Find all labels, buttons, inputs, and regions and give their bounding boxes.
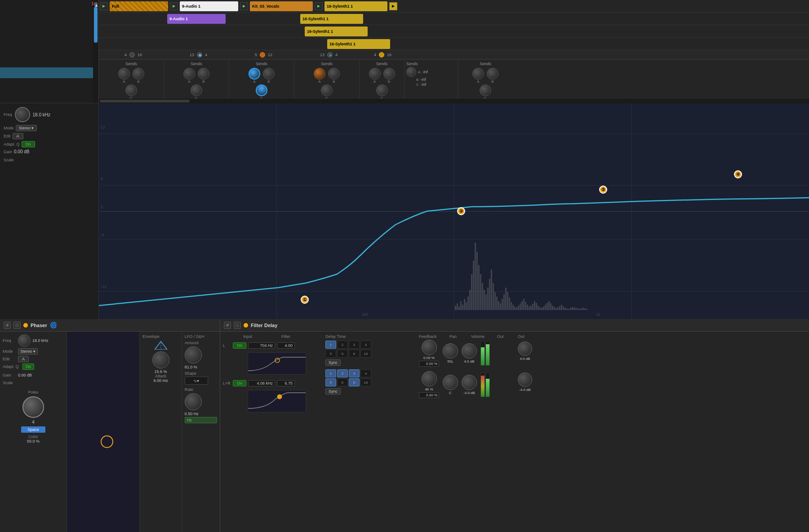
track-knob-4[interactable] [327,52,333,58]
track-clip-vocals[interactable]: Kit_03_Vocals [250,1,313,11]
fd-volume-l-knob[interactable] [462,343,477,359]
send-knob-b5[interactable] [383,68,395,80]
send-knob-b7[interactable] [487,68,498,80]
eq-node-4[interactable]: ④ [734,170,742,178]
track-clip-full[interactable]: Full [110,1,168,11]
send-knob-a7[interactable] [472,68,484,80]
send-knob-c4[interactable] [321,84,333,96]
fd-delay-lr-2[interactable]: 2 [337,369,348,377]
fd-delay-l-5[interactable]: 5 [325,350,336,358]
track-clip-audio1-2[interactable]: 9-Audio 1 [167,14,226,24]
send-knob-a5-label: A [373,80,376,84]
fd-sync-lr-btn[interactable]: Sync [325,388,341,395]
fd-delay-l-8[interactable]: 8 [349,350,360,358]
fd-delay-lr-16[interactable]: 16 [360,378,371,386]
send-knob-b3[interactable] [263,68,275,80]
track-btn-play-1[interactable]: ▶ [100,2,108,10]
fd-delay-l-3[interactable]: 3 [349,341,360,349]
phaser-circle-indicator[interactable] [101,435,113,448]
lfo-shape-select[interactable]: ∿▾ [185,377,208,385]
phaser-cycle-btn[interactable]: ↺ [4,322,11,329]
track-btn-play-2[interactable]: ▶ [170,2,178,10]
track-btn-play-5[interactable]: ▶ [389,2,397,10]
fd-out-lr-knob[interactable] [518,372,532,387]
lfo-knob-amount[interactable] [185,346,202,364]
track-btn-play-4[interactable]: ▶ [315,2,323,10]
fd-delay-l-1[interactable]: 1 [325,341,336,349]
fd-delay-l-6[interactable]: 6 [337,350,348,358]
fd-ch-lr-val[interactable]: 6.75 [277,380,295,386]
lfo-rate-knob[interactable] [185,393,202,410]
fd-delay-l-4[interactable]: 4 [360,341,371,349]
phaser-mode-dropdown[interactable]: Stereo▾ [18,348,38,355]
send-knob-a6[interactable] [406,67,416,77]
fd-ch-lr-freq[interactable]: 4.06 kHz [248,380,275,386]
track-clip-sylenth3[interactable]: 16-Sylenth1 1 [305,27,368,36]
eq-mode-dropdown[interactable]: Stereo ▾ [16,125,37,131]
fd-out-l-knob[interactable] [518,341,532,356]
send-knob-c3[interactable] [253,82,270,99]
track-clip-sylenth2[interactable]: 16-Sylenth1 1 [300,14,363,24]
send-knob-c2[interactable] [191,84,202,96]
fd-pan-l-knob[interactable] [443,343,458,359]
fd-cycle-btn[interactable]: ↺ [224,322,231,329]
send-knob-c1[interactable] [125,84,137,96]
track-clip-audio1[interactable]: 9-Audio 1 [180,1,238,11]
fd-delay-lr-1[interactable]: 1 [325,369,336,377]
track-btn-play-3[interactable]: ▶ [240,2,248,10]
fd-volume-lr-knob[interactable] [462,375,477,390]
fd-ch-l-val[interactable]: 4.00 [277,342,295,349]
track-knob-2[interactable] [197,52,202,58]
fd-save-btn[interactable]: □ [234,322,241,329]
eq-adaptq-toggle[interactable]: On [22,141,35,147]
scroll-up-btn[interactable]: ▲ [94,2,98,6]
fd-delay-lr-5[interactable]: 5 [325,378,336,386]
left-scroll-thumb[interactable] [94,7,98,43]
track-knob-1[interactable] [129,52,135,58]
fd-delay-lr-3[interactable]: 3 [349,369,360,377]
send-knob-c5[interactable] [376,84,388,96]
fd-feedback-lr-knob[interactable] [422,371,437,386]
track-clip-sylenth[interactable]: 16-Sylenth1 1 [324,1,387,11]
eq-node-1[interactable]: ① [301,296,309,304]
track-scroll-thumb[interactable] [100,100,190,102]
fd-feedback-lr-input[interactable]: 0.00 % [419,392,439,398]
fd-feedback-l-input[interactable]: 0.00 % [419,361,439,367]
send-knob-a3[interactable] [249,68,260,80]
poles-knob[interactable] [22,396,44,418]
phaser-adaptq-toggle[interactable]: On [22,364,34,370]
fd-delay-l-2[interactable]: 2 [337,341,348,349]
phaser-freq-knob[interactable] [18,334,31,347]
lfo-hz-btn[interactable]: Hz [185,417,217,423]
fd-pan-lr-val: C [449,391,452,395]
fd-delay-lr-4[interactable]: 4 [360,369,371,377]
space-btn[interactable]: Space [21,426,45,433]
fd-sync-l-btn[interactable]: Sync [325,359,341,366]
send-knob-a3-label: A [253,80,255,84]
send-knob-b1[interactable] [133,68,144,80]
fd-feedback-l-knob[interactable] [422,340,437,355]
eq-node-3[interactable]: ③ [599,186,607,194]
fd-pan-lr-knob[interactable] [443,375,458,390]
send-knob-c7[interactable] [480,84,491,96]
send-knob-a1[interactable] [118,68,130,80]
track-knob-5[interactable] [379,52,384,58]
fd-ch-l-on[interactable]: On [233,342,246,349]
fd-delay-lr-6[interactable]: 6 [337,378,348,386]
send-knob-a4[interactable] [314,68,325,80]
send-knob-b4[interactable] [328,68,340,80]
send-knob-a5[interactable] [369,68,381,80]
fd-delay-l-16[interactable]: 16 [360,350,371,358]
eq-edit-btn[interactable]: A [13,133,23,139]
track-knob-3[interactable] [260,52,265,58]
send-knob-b2[interactable] [198,68,209,80]
phaser-save-btn[interactable]: □ [13,322,21,329]
fd-ch-l-freq[interactable]: 704 Hz [248,342,275,349]
track-clip-sylenth4[interactable]: 16-Sylenth1 1 [327,39,390,49]
phaser-edit-btn[interactable]: A [18,356,29,362]
envelope-knob[interactable] [152,351,169,368]
eq-freq-knob[interactable] [15,107,30,122]
fd-delay-lr-8[interactable]: 8 [349,378,360,386]
fd-ch-lr-on[interactable]: On [233,380,246,386]
send-knob-a2[interactable] [183,68,195,80]
